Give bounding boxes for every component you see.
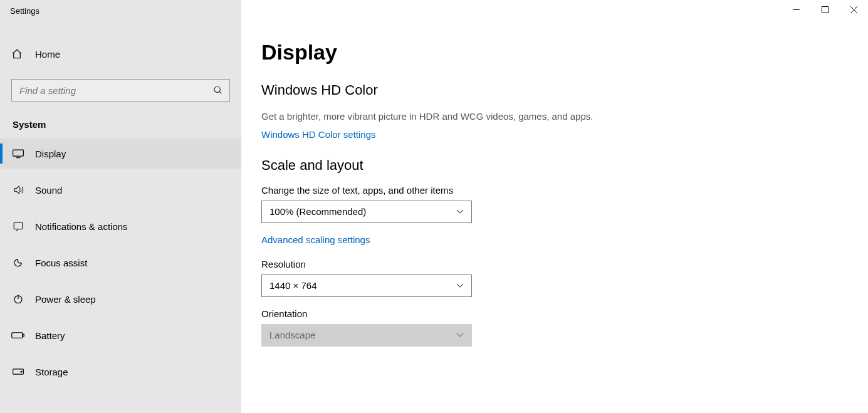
hd-color-description: Get a brighter, more vibrant picture in …	[261, 110, 600, 124]
page-title: Display	[261, 40, 848, 65]
svg-point-10	[21, 371, 22, 372]
maximize-button[interactable]	[810, 0, 839, 19]
minimize-button[interactable]	[782, 0, 810, 19]
svg-rect-12	[822, 6, 828, 13]
resolution-label: Resolution	[261, 259, 848, 269]
main-content: Display Windows HD Color Get a brighter,…	[241, 23, 868, 413]
scale-label: Change the size of text, apps, and other…	[261, 185, 848, 196]
sidebar-item-label: Storage	[35, 367, 68, 377]
window-controls	[782, 0, 868, 19]
sidebar-item-label: Battery	[35, 330, 65, 341]
window-title: Settings	[0, 0, 39, 23]
advanced-scaling-link[interactable]: Advanced scaling settings	[261, 234, 370, 245]
sidebar-item-label: Notifications & actions	[35, 221, 128, 232]
svg-rect-2	[13, 150, 24, 156]
chevron-down-icon	[456, 333, 464, 338]
chevron-down-icon	[456, 283, 464, 288]
notifications-icon	[11, 221, 25, 232]
nav-home-label: Home	[35, 49, 60, 60]
search-icon	[213, 85, 223, 95]
sidebar-group-system: System	[13, 119, 241, 130]
battery-icon	[11, 331, 25, 340]
sidebar-item-label: Focus assist	[35, 258, 87, 268]
home-icon	[11, 48, 25, 60]
storage-icon	[11, 367, 25, 376]
sidebar-item-power-sleep[interactable]: Power & sleep	[0, 284, 241, 314]
display-icon	[11, 149, 25, 159]
focus-assist-icon	[11, 257, 25, 268]
section-scale-layout-heading: Scale and layout	[261, 157, 848, 174]
svg-rect-7	[12, 333, 23, 338]
sidebar-item-label: Sound	[35, 185, 62, 196]
sidebar-item-storage[interactable]: Storage	[0, 357, 241, 387]
orientation-dropdown[interactable]: Landscape	[261, 324, 472, 347]
sidebar-item-display[interactable]: Display	[0, 139, 241, 169]
chevron-down-icon	[456, 209, 464, 214]
search-input[interactable]	[11, 79, 230, 102]
sidebar-item-battery[interactable]: Battery	[0, 320, 241, 350]
svg-point-0	[214, 86, 220, 92]
sidebar: Settings Home System Display	[0, 0, 241, 413]
resolution-value: 1440 × 764	[269, 280, 317, 291]
sound-icon	[11, 184, 25, 196]
svg-rect-4	[14, 222, 23, 229]
orientation-value: Landscape	[269, 330, 315, 340]
orientation-label: Orientation	[261, 308, 848, 319]
close-button[interactable]	[839, 0, 868, 19]
sidebar-item-focus-assist[interactable]: Focus assist	[0, 248, 241, 278]
sidebar-item-label: Display	[35, 149, 66, 159]
sidebar-item-notifications[interactable]: Notifications & actions	[0, 211, 241, 241]
search-field[interactable]	[18, 85, 213, 97]
svg-line-1	[219, 91, 221, 93]
sidebar-item-label: Power & sleep	[35, 294, 96, 305]
power-icon	[11, 293, 25, 305]
section-hd-color-heading: Windows HD Color	[261, 82, 848, 98]
sidebar-item-sound[interactable]: Sound	[0, 175, 241, 205]
scale-dropdown[interactable]: 100% (Recommended)	[261, 201, 472, 223]
resolution-dropdown[interactable]: 1440 × 764	[261, 274, 472, 297]
nav-home[interactable]: Home	[0, 39, 241, 69]
scale-value: 100% (Recommended)	[269, 206, 366, 217]
hd-color-settings-link[interactable]: Windows HD Color settings	[261, 129, 376, 140]
svg-rect-8	[23, 334, 24, 336]
